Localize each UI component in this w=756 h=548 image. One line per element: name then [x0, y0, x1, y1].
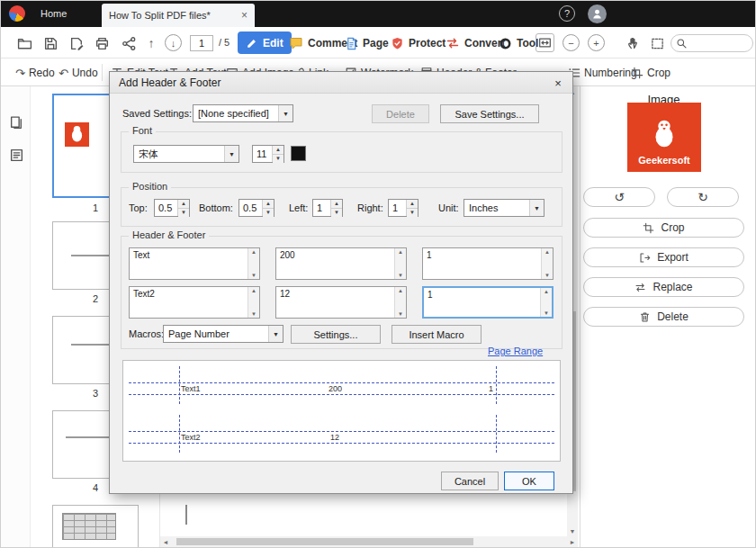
- tab-close-icon[interactable]: ×: [241, 9, 248, 22]
- search-input[interactable]: [670, 34, 753, 52]
- saved-settings-value: [None specified]: [198, 108, 269, 119]
- page-thumbnail-5[interactable]: [52, 505, 139, 548]
- horizontal-scrollbar[interactable]: ◄ ►: [160, 536, 578, 547]
- undo-button[interactable]: ↶ Undo: [58, 64, 98, 82]
- textarea-scrollbar[interactable]: ▲▼: [394, 248, 406, 279]
- numbering-button[interactable]: Numbering: [568, 64, 637, 82]
- tab-convert[interactable]: Convert: [446, 33, 505, 53]
- textarea-scrollbar[interactable]: ▲▼: [248, 287, 259, 318]
- preview-guide-line: [496, 366, 497, 404]
- right-spinner[interactable]: 1 ▲▼: [388, 199, 418, 217]
- cancel-button[interactable]: Cancel: [441, 472, 499, 490]
- insert-macro-button[interactable]: Insert Macro: [392, 325, 482, 344]
- header-footer-legend: Header & Footer: [129, 229, 209, 240]
- share-icon: [122, 36, 137, 51]
- add-header-footer-dialog: Add Header & Footer × Saved Settings: [N…: [109, 71, 573, 494]
- header-left-textarea[interactable]: Text ▲▼: [129, 247, 260, 280]
- spinner-arrows[interactable]: ▲▼: [262, 200, 274, 216]
- textarea-scrollbar[interactable]: ▲▼: [394, 287, 406, 318]
- open-button[interactable]: [14, 33, 34, 53]
- fit-width-button[interactable]: [536, 33, 554, 52]
- scroll-right-icon[interactable]: ►: [567, 536, 578, 547]
- home-menu[interactable]: Home: [40, 8, 67, 19]
- previous-page-button[interactable]: ↑: [143, 33, 159, 53]
- page-number-input[interactable]: 1: [190, 35, 213, 51]
- horizontal-scroll-thumb[interactable]: [176, 538, 473, 545]
- bottom-spinner[interactable]: 0.5 ▲▼: [238, 199, 274, 217]
- rotate-left-button[interactable]: ↺: [583, 187, 655, 207]
- tab-edit[interactable]: Edit: [238, 31, 292, 54]
- save-settings-button[interactable]: Save Settings...: [440, 104, 539, 123]
- print-button[interactable]: [92, 33, 112, 53]
- zoom-in-button[interactable]: +: [588, 34, 605, 51]
- scroll-left-icon[interactable]: ◄: [160, 536, 171, 547]
- spinner-arrows[interactable]: ▲▼: [177, 200, 189, 216]
- textarea-scrollbar[interactable]: ▲▼: [541, 248, 553, 279]
- header-right-textarea[interactable]: 1 ▲▼: [422, 247, 554, 280]
- top-spinner[interactable]: 0.5 ▲▼: [154, 199, 190, 217]
- crop-tool-button[interactable]: Crop: [631, 64, 670, 82]
- preview-guide-line: [179, 415, 180, 453]
- font-color-swatch[interactable]: [291, 146, 306, 161]
- macros-select[interactable]: Page Number ▼: [163, 325, 284, 343]
- textarea-scrollbar[interactable]: ▲▼: [540, 288, 552, 317]
- redo-button[interactable]: ↷ Redo: [15, 64, 55, 82]
- export-image-label: Export: [657, 251, 688, 264]
- page-range-link[interactable]: Page Range: [488, 346, 543, 356]
- replace-image-button[interactable]: Replace: [583, 277, 744, 297]
- footer-center-textarea[interactable]: 12 ▲▼: [275, 286, 407, 319]
- titlebar: Home How To Split PDF files* × ?: [1, 1, 756, 27]
- tab-page[interactable]: Page: [345, 33, 389, 53]
- zoom-out-button[interactable]: −: [562, 34, 580, 51]
- select-area-button[interactable]: [647, 33, 667, 53]
- save-button[interactable]: [40, 33, 60, 53]
- next-page-button[interactable]: ↓: [165, 34, 182, 51]
- save-as-button[interactable]: [67, 33, 86, 53]
- delete-settings-button[interactable]: Delete: [372, 104, 429, 123]
- help-button[interactable]: ?: [559, 5, 575, 22]
- delete-image-button[interactable]: Delete: [583, 307, 744, 327]
- font-size-spinner[interactable]: 11 ▲▼: [252, 145, 284, 163]
- saved-settings-label: Saved Settings:: [122, 108, 192, 119]
- footer-right-textarea[interactable]: 1 ▲▼: [422, 286, 554, 319]
- footer-left-textarea[interactable]: Text2 ▲▼: [129, 286, 260, 319]
- avatar[interactable]: [588, 4, 607, 23]
- header-center-textarea[interactable]: 200 ▲▼: [275, 247, 407, 280]
- unit-value: Inches: [469, 202, 498, 213]
- preview-guide-line: [129, 382, 554, 383]
- spinner-arrows[interactable]: ▲▼: [330, 200, 342, 216]
- tab-tool[interactable]: Tool: [499, 33, 538, 53]
- crop-image-button[interactable]: Crop: [583, 218, 744, 238]
- scroll-down-icon[interactable]: ▼: [567, 526, 578, 536]
- macro-settings-button[interactable]: Settings...: [291, 325, 381, 344]
- top-label: Top:: [129, 202, 148, 213]
- preview-guide-line: [129, 443, 554, 444]
- thumbnails-panel-button[interactable]: [7, 113, 25, 131]
- left-spinner[interactable]: 1 ▲▼: [312, 199, 343, 217]
- dialog-titlebar[interactable]: Add Header & Footer ×: [110, 72, 572, 94]
- rotate-right-button[interactable]: ↻: [667, 187, 739, 207]
- textarea-scrollbar[interactable]: ▲▼: [248, 248, 259, 279]
- document-tab[interactable]: How To Split PDF files* ×: [102, 4, 255, 27]
- app-logo-icon[interactable]: [9, 5, 25, 22]
- bookmarks-panel-button[interactable]: [7, 146, 25, 164]
- hand-tool-button[interactable]: [624, 33, 644, 53]
- tab-protect[interactable]: Protect: [391, 33, 446, 53]
- font-family-select[interactable]: 宋体 ▼: [133, 145, 239, 163]
- preview-guide-line: [496, 415, 497, 453]
- unit-select[interactable]: Inches ▼: [464, 199, 544, 217]
- ok-button[interactable]: OK: [504, 472, 554, 490]
- footer-center-value: 12: [280, 289, 290, 299]
- share-button[interactable]: [119, 33, 139, 53]
- export-icon: [639, 252, 651, 264]
- thumb-logo-image: [65, 122, 89, 147]
- spinner-arrows[interactable]: ▲▼: [406, 200, 418, 216]
- export-image-button[interactable]: Export: [583, 247, 744, 267]
- dialog-close-icon[interactable]: ×: [549, 75, 567, 91]
- tab-edit-label: Edit: [263, 37, 284, 49]
- macros-label: Macros:: [129, 328, 164, 339]
- saved-settings-select[interactable]: [None specified] ▼: [193, 104, 293, 122]
- right-label: Right:: [357, 202, 383, 213]
- spinner-arrows[interactable]: ▲▼: [272, 146, 284, 162]
- save-as-icon: [69, 36, 85, 51]
